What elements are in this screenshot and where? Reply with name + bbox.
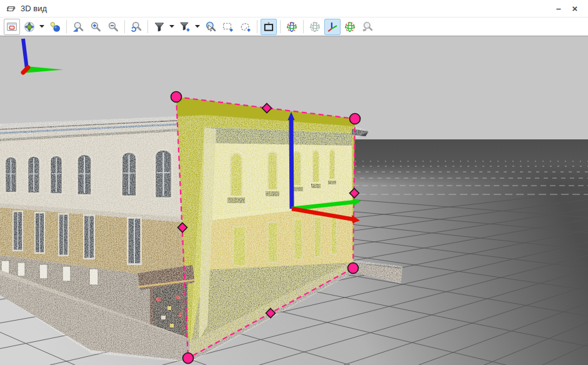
navigate-cross-icon	[24, 21, 35, 32]
toolbar-separator	[124, 20, 125, 33]
orbit-sphere-green-icon	[344, 21, 356, 32]
axis-view-button[interactable]	[324, 19, 341, 35]
lighting-button[interactable]	[47, 19, 63, 35]
zoom-reset-button[interactable]	[128, 19, 144, 35]
toolbar-separator	[147, 20, 148, 33]
orbit-sphere-gray-icon	[309, 21, 321, 32]
corner-handle[interactable]	[348, 263, 359, 274]
filter-dropdown[interactable]	[168, 19, 176, 35]
plane-rect-icon	[263, 21, 274, 32]
toolbar	[0, 18, 588, 36]
rotate-sphere-2-button[interactable]	[342, 19, 358, 35]
plane-edit-button[interactable]	[261, 19, 277, 35]
gizmo-z-axis[interactable]	[291, 119, 292, 209]
zoom-tool-button[interactable]	[359, 19, 376, 35]
orbit-navigate-button[interactable]	[21, 19, 37, 35]
3d-view-window: 3D вид – ×	[0, 0, 588, 365]
toolbar-separator	[257, 20, 257, 33]
lasso-select-add-icon	[240, 21, 251, 32]
title-bar: 3D вид – ×	[0, 0, 588, 18]
rect-select-add-button[interactable]	[220, 19, 236, 35]
rotate-sphere-alt-button[interactable]	[307, 19, 323, 35]
orbit-navigate-dropdown[interactable]	[38, 19, 46, 35]
cube-3d-icon	[6, 4, 16, 13]
zoom-gray-icon	[362, 21, 373, 32]
toolbar-separator	[303, 20, 304, 33]
zoom-in-button[interactable]	[87, 19, 104, 35]
rotate-sphere-button[interactable]	[284, 19, 300, 35]
zoom-in-icon	[90, 21, 101, 32]
zoom-select-button[interactable]	[202, 19, 219, 35]
filter-add-dropdown[interactable]	[194, 19, 201, 35]
corner-handle[interactable]	[350, 114, 361, 124]
window-title: 3D вид	[21, 4, 47, 13]
zoom-reset-icon	[131, 21, 142, 32]
filter-add-icon	[179, 21, 191, 32]
view-window-button[interactable]	[4, 19, 20, 35]
zoom-out-button[interactable]	[105, 19, 121, 35]
close-button[interactable]: ×	[567, 1, 583, 16]
filter-icon	[154, 21, 165, 32]
zoom-fit-button[interactable]	[70, 19, 86, 35]
minimize-button[interactable]: –	[551, 1, 567, 16]
filter-button[interactable]	[151, 19, 167, 35]
corner-handle[interactable]	[183, 353, 194, 364]
zoom-pointer-icon	[205, 21, 216, 32]
toolbar-separator	[280, 20, 281, 33]
orbit-sphere-icon	[286, 21, 297, 32]
corner-handle[interactable]	[171, 92, 182, 102]
toolbar-separator	[66, 20, 67, 33]
window-icon	[6, 21, 17, 32]
3d-scene	[0, 36, 588, 365]
bulb-sphere-icon	[49, 21, 61, 32]
rect-select-add-icon	[222, 21, 234, 32]
zoom-fit-icon	[72, 21, 84, 32]
filter-add-button[interactable]	[177, 19, 193, 35]
zoom-out-icon	[107, 21, 119, 32]
3d-viewport[interactable]	[0, 36, 588, 365]
axis-triad-icon	[327, 21, 338, 32]
lasso-select-add-button[interactable]	[237, 19, 254, 35]
